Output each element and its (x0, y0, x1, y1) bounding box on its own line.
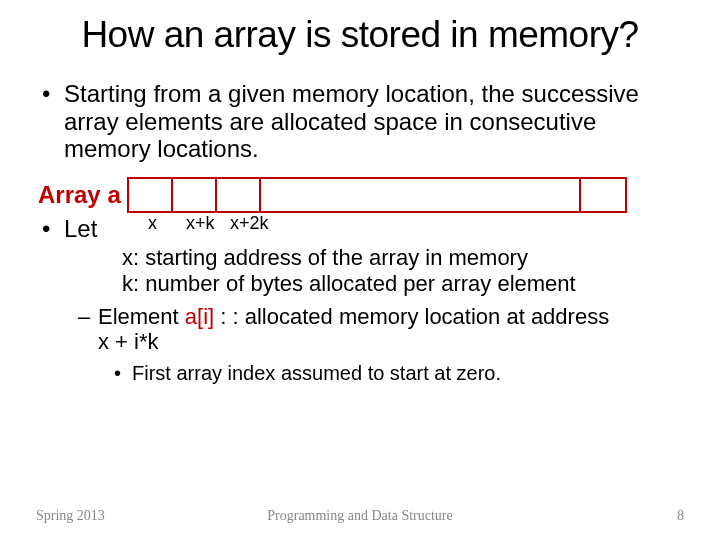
definitions: x: starting address of the array in memo… (122, 245, 682, 298)
element-ai: a[i] (185, 304, 214, 329)
addr-x2k: x+2k (230, 213, 290, 234)
address-labels: x x+k x+2k (142, 213, 290, 234)
element-prefix: Element (98, 304, 185, 329)
array-label: Array a (38, 181, 121, 209)
array-cell (173, 179, 217, 211)
sub-bullet: First array index assumed to start at ze… (114, 362, 682, 385)
array-cell (261, 179, 581, 211)
element-expr: x + i*k (98, 329, 159, 354)
array-diagram-row: Array a (38, 177, 682, 213)
addr-x: x (142, 213, 186, 234)
slide-title: How an array is stored in memory? (38, 14, 682, 56)
addr-xk: x+k (186, 213, 230, 234)
let-row: Let x x+k x+2k (38, 215, 682, 243)
footer: Spring 2013 Programming and Data Structu… (0, 508, 720, 524)
element-mid: : : allocated memory location at address (214, 304, 609, 329)
array-boxes (127, 177, 627, 213)
def-x: x: starting address of the array in memo… (122, 245, 682, 271)
main-bullet: Starting from a given memory location, t… (38, 80, 682, 163)
let-bullet: Let (38, 215, 132, 243)
array-cell (217, 179, 261, 211)
footer-center: Programming and Data Structure (252, 508, 468, 524)
element-bullet: Element a[i] : : allocated memory locati… (78, 304, 682, 355)
footer-left: Spring 2013 (36, 508, 252, 524)
array-cell (129, 179, 173, 211)
array-cell (581, 179, 625, 211)
def-k: k: number of bytes allocated per array e… (122, 271, 682, 297)
footer-right: 8 (468, 508, 684, 524)
